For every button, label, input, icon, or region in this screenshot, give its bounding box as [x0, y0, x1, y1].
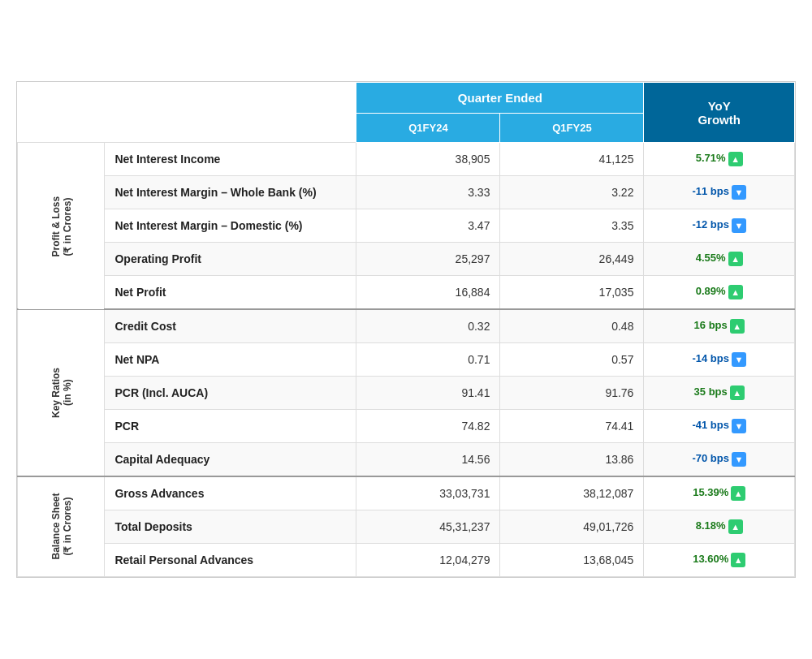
value-q1fy24: 16,884 [356, 276, 500, 310]
yoy-text: -41 bps [692, 419, 729, 431]
metric-name: Net NPA [114, 353, 159, 366]
yoy-text: 8.18% [696, 519, 726, 532]
value-q1fy25: 3.22 [500, 176, 644, 209]
table-row: Net Interest Margin – Whole Bank (%)3.33… [18, 176, 795, 209]
table-row: Profit & Loss(₹ in Crores)Net Interest I… [18, 143, 795, 176]
table-row: Balance Sheet(₹ in Crores)Gross Advances… [18, 476, 795, 510]
financial-table: Quarter Ended YoYGrowth Q1FY24 Q1FY25 Pr… [17, 82, 795, 577]
value-q1fy24: 25,297 [356, 243, 500, 276]
yoy-value: 35 bps▲ [644, 377, 795, 410]
metric-name: Net Profit [114, 286, 166, 299]
metric-name: PCR (Incl. AUCA) [114, 386, 208, 399]
metric-name: Credit Cost [114, 320, 175, 333]
value-q1fy25: 41,125 [500, 143, 644, 176]
value-q1fy24: 3.47 [356, 209, 500, 243]
value-q1fy24: 0.71 [356, 343, 500, 377]
value-q1fy24: 38,905 [356, 143, 500, 176]
arrow-up-icon: ▲ [728, 519, 743, 534]
arrow-up-icon: ▲ [728, 152, 743, 166]
arrow-up-icon: ▲ [728, 285, 743, 299]
arrow-down-icon: ▼ [732, 452, 746, 467]
yoy-text: 4.55% [696, 252, 726, 264]
yoy-text: 16 bps [694, 319, 728, 331]
yoy-text: 0.89% [696, 285, 726, 297]
yoy-value: -41 bps▼ [644, 410, 795, 443]
value-q1fy24: 0.32 [356, 309, 500, 343]
yoy-text: 15.39% [693, 486, 728, 498]
arrow-up-icon: ▲ [731, 553, 745, 567]
value-q1fy24: 91.41 [356, 377, 500, 410]
value-q1fy24: 3.33 [356, 176, 500, 209]
metric-name: Net Interest Income [114, 153, 220, 166]
arrow-down-icon: ▼ [732, 352, 746, 367]
value-q1fy24: 12,04,279 [356, 544, 500, 577]
value-q1fy25: 91.76 [500, 377, 644, 410]
yoy-text: -14 bps [692, 352, 729, 364]
yoy-text: -70 bps [692, 452, 729, 464]
yoy-value: -14 bps▼ [644, 343, 795, 377]
arrow-down-icon: ▼ [732, 185, 746, 200]
metric-name: Net Interest Margin – Domestic (%) [114, 219, 302, 232]
metric-name: Gross Advances [114, 487, 204, 500]
value-q1fy25: 0.57 [500, 343, 644, 377]
header-yoy-growth: YoYGrowth [644, 83, 795, 143]
yoy-text: -11 bps [692, 185, 729, 197]
arrow-up-icon: ▲ [730, 385, 745, 400]
yoy-value: 0.89%▲ [644, 276, 795, 310]
metric-name: Total Deposits [114, 520, 192, 533]
table-row: Operating Profit25,29726,4494.55%▲ [18, 243, 795, 276]
table-row: PCR (Incl. AUCA)91.4191.7635 bps▲ [18, 377, 795, 410]
header-quarter-ended: Quarter Ended [356, 83, 644, 114]
header-q1fy24: Q1FY24 [356, 114, 500, 143]
yoy-value: 5.71%▲ [644, 143, 795, 176]
main-table-wrapper: Quarter Ended YoYGrowth Q1FY24 Q1FY25 Pr… [16, 81, 796, 578]
metric-name: Operating Profit [114, 252, 201, 265]
yoy-text: 5.71% [696, 152, 726, 164]
yoy-value: 4.55%▲ [644, 243, 795, 276]
value-q1fy25: 26,449 [500, 243, 644, 276]
yoy-text: 35 bps [694, 385, 728, 398]
header-empty-bottom [18, 114, 356, 143]
table-row: Key Ratios(in %)Credit Cost0.320.4816 bp… [18, 309, 795, 343]
value-q1fy25: 17,035 [500, 276, 644, 310]
metric-name: Net Interest Margin – Whole Bank (%) [114, 186, 316, 199]
table-row: Net Interest Margin – Domestic (%)3.473.… [18, 209, 795, 243]
value-q1fy25: 13.86 [500, 443, 644, 477]
table-row: Capital Adequacy14.5613.86-70 bps▼ [18, 443, 795, 477]
metric-name: PCR [114, 420, 139, 433]
table-row: Total Deposits45,31,23749,01,7268.18%▲ [18, 510, 795, 544]
table-row: Net Profit16,88417,0350.89%▲ [18, 276, 795, 310]
value-q1fy25: 13,68,045 [500, 544, 644, 577]
value-q1fy24: 14.56 [356, 443, 500, 477]
metric-name: Retail Personal Advances [114, 553, 253, 566]
header-q1fy25: Q1FY25 [500, 114, 644, 143]
arrow-up-icon: ▲ [731, 486, 745, 501]
table-row: Retail Personal Advances12,04,27913,68,0… [18, 544, 795, 577]
yoy-value: 16 bps▲ [644, 309, 795, 343]
table-row: Net NPA0.710.57-14 bps▼ [18, 343, 795, 377]
value-q1fy25: 38,12,087 [500, 476, 644, 510]
value-q1fy25: 49,01,726 [500, 510, 644, 544]
section-label-profit-loss: Profit & Loss(₹ in Crores) [18, 143, 105, 310]
value-q1fy24: 45,31,237 [356, 510, 500, 544]
value-q1fy25: 74.41 [500, 410, 644, 443]
section-label-balance-sheet: Balance Sheet(₹ in Crores) [18, 476, 105, 577]
value-q1fy25: 0.48 [500, 309, 644, 343]
arrow-up-icon: ▲ [728, 252, 743, 266]
yoy-value: -11 bps▼ [644, 176, 795, 209]
table-row: PCR74.8274.41-41 bps▼ [18, 410, 795, 443]
arrow-up-icon: ▲ [730, 319, 745, 334]
value-q1fy24: 33,03,731 [356, 476, 500, 510]
yoy-value: -12 bps▼ [644, 209, 795, 243]
arrow-down-icon: ▼ [732, 218, 746, 233]
metric-name: Capital Adequacy [114, 453, 209, 466]
header-empty-top [18, 83, 356, 114]
section-label-key-ratios: Key Ratios(in %) [18, 309, 105, 476]
value-q1fy25: 3.35 [500, 209, 644, 243]
arrow-down-icon: ▼ [732, 419, 746, 433]
yoy-value: 15.39%▲ [644, 476, 795, 510]
yoy-text: -12 bps [692, 218, 729, 230]
yoy-value: 8.18%▲ [644, 510, 795, 544]
yoy-text: 13.60% [693, 553, 728, 565]
value-q1fy24: 74.82 [356, 410, 500, 443]
